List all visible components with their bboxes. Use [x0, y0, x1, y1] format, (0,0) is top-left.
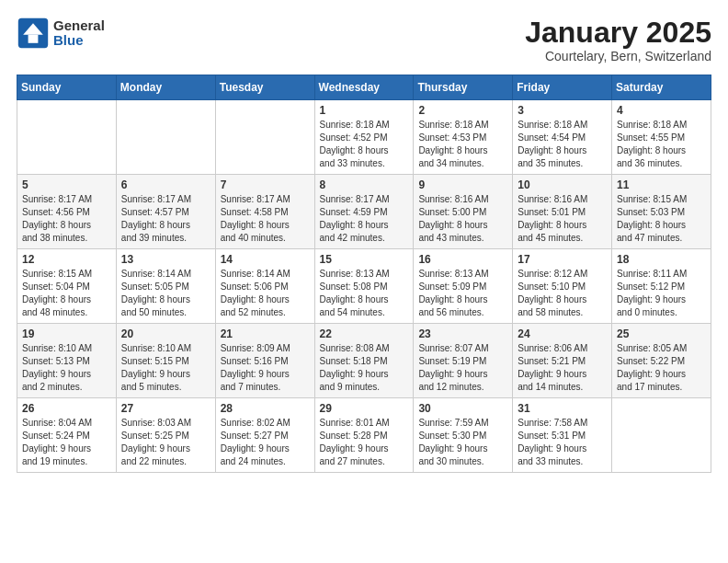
svg-rect-2 — [28, 35, 39, 43]
day-number: 5 — [22, 178, 111, 191]
day-number: 30 — [418, 402, 507, 415]
col-tuesday: Tuesday — [215, 75, 314, 100]
table-row: 16Sunrise: 8:13 AMSunset: 5:09 PMDayligh… — [414, 249, 513, 324]
day-info: Sunrise: 8:15 AMSunset: 5:03 PMDaylight:… — [617, 193, 706, 245]
table-row: 4Sunrise: 8:18 AMSunset: 4:55 PMDaylight… — [612, 100, 711, 175]
table-row: 5Sunrise: 8:17 AMSunset: 4:56 PMDaylight… — [17, 175, 117, 249]
table-row: 8Sunrise: 8:17 AMSunset: 4:59 PMDaylight… — [314, 175, 414, 249]
day-info: Sunrise: 8:17 AMSunset: 4:57 PMDaylight:… — [121, 193, 210, 245]
table-row: 27Sunrise: 8:03 AMSunset: 5:25 PMDayligh… — [116, 398, 215, 473]
col-monday: Monday — [116, 75, 215, 100]
calendar-week-row: 26Sunrise: 8:04 AMSunset: 5:24 PMDayligh… — [17, 398, 711, 473]
logo: General Blue — [17, 17, 105, 50]
table-row: 11Sunrise: 8:15 AMSunset: 5:03 PMDayligh… — [612, 175, 711, 249]
day-number: 16 — [418, 253, 507, 266]
weekday-header-row: Sunday Monday Tuesday Wednesday Thursday… — [17, 75, 711, 100]
month-title: January 2025 — [525, 17, 711, 49]
table-row: 25Sunrise: 8:05 AMSunset: 5:22 PMDayligh… — [612, 324, 711, 398]
day-number: 29 — [320, 402, 409, 415]
day-info: Sunrise: 8:18 AMSunset: 4:55 PMDaylight:… — [617, 119, 706, 170]
day-info: Sunrise: 8:08 AMSunset: 5:18 PMDaylight:… — [320, 342, 409, 394]
day-number: 26 — [22, 402, 111, 415]
table-row: 7Sunrise: 8:17 AMSunset: 4:58 PMDaylight… — [215, 175, 314, 249]
day-number: 31 — [518, 402, 607, 415]
day-info: Sunrise: 8:01 AMSunset: 5:28 PMDaylight:… — [320, 417, 409, 468]
day-info: Sunrise: 8:18 AMSunset: 4:54 PMDaylight:… — [518, 119, 607, 170]
calendar-week-row: 1Sunrise: 8:18 AMSunset: 4:52 PMDaylight… — [17, 100, 711, 175]
table-row: 24Sunrise: 8:06 AMSunset: 5:21 PMDayligh… — [513, 324, 612, 398]
table-row: 9Sunrise: 8:16 AMSunset: 5:00 PMDaylight… — [414, 175, 513, 249]
calendar-week-row: 19Sunrise: 8:10 AMSunset: 5:13 PMDayligh… — [17, 324, 711, 398]
day-info: Sunrise: 8:10 AMSunset: 5:13 PMDaylight:… — [22, 342, 111, 394]
day-info: Sunrise: 8:18 AMSunset: 4:53 PMDaylight:… — [418, 119, 507, 170]
day-number: 19 — [22, 327, 111, 340]
table-row: 14Sunrise: 8:14 AMSunset: 5:06 PMDayligh… — [215, 249, 314, 324]
header: General Blue January 2025 Courtelary, Be… — [17, 17, 711, 63]
day-info: Sunrise: 8:07 AMSunset: 5:19 PMDaylight:… — [418, 342, 507, 394]
day-number: 12 — [22, 253, 111, 266]
day-number: 7 — [221, 178, 310, 191]
day-number: 1 — [320, 104, 409, 117]
day-info: Sunrise: 7:58 AMSunset: 5:31 PMDaylight:… — [518, 417, 607, 468]
logo-icon — [17, 17, 50, 50]
table-row: 13Sunrise: 8:14 AMSunset: 5:05 PMDayligh… — [116, 249, 215, 324]
day-info: Sunrise: 8:03 AMSunset: 5:25 PMDaylight:… — [121, 417, 210, 468]
day-number: 2 — [418, 104, 507, 117]
day-number: 8 — [320, 178, 409, 191]
table-row — [17, 100, 117, 175]
logo-text: General Blue — [53, 18, 105, 49]
day-number: 18 — [617, 253, 706, 266]
day-number: 24 — [518, 327, 607, 340]
location: Courtelary, Bern, Switzerland — [525, 49, 711, 63]
day-info: Sunrise: 8:04 AMSunset: 5:24 PMDaylight:… — [22, 417, 111, 468]
day-number: 6 — [121, 178, 210, 191]
table-row: 28Sunrise: 8:02 AMSunset: 5:27 PMDayligh… — [215, 398, 314, 473]
day-number: 11 — [617, 178, 706, 191]
day-info: Sunrise: 8:09 AMSunset: 5:16 PMDaylight:… — [221, 342, 310, 394]
day-number: 28 — [221, 402, 310, 415]
table-row: 3Sunrise: 8:18 AMSunset: 4:54 PMDaylight… — [513, 100, 612, 175]
day-number: 3 — [518, 104, 607, 117]
day-info: Sunrise: 8:14 AMSunset: 5:06 PMDaylight:… — [221, 268, 310, 319]
calendar-week-row: 12Sunrise: 8:15 AMSunset: 5:04 PMDayligh… — [17, 249, 711, 324]
day-number: 15 — [320, 253, 409, 266]
calendar-table: Sunday Monday Tuesday Wednesday Thursday… — [17, 75, 711, 473]
day-number: 4 — [617, 104, 706, 117]
table-row: 19Sunrise: 8:10 AMSunset: 5:13 PMDayligh… — [17, 324, 117, 398]
table-row: 10Sunrise: 8:16 AMSunset: 5:01 PMDayligh… — [513, 175, 612, 249]
title-block: January 2025 Courtelary, Bern, Switzerla… — [525, 17, 711, 63]
day-info: Sunrise: 8:17 AMSunset: 4:56 PMDaylight:… — [22, 193, 111, 245]
table-row: 26Sunrise: 8:04 AMSunset: 5:24 PMDayligh… — [17, 398, 117, 473]
calendar-week-row: 5Sunrise: 8:17 AMSunset: 4:56 PMDaylight… — [17, 175, 711, 249]
logo-blue: Blue — [53, 33, 105, 49]
day-number: 20 — [121, 327, 210, 340]
table-row: 20Sunrise: 8:10 AMSunset: 5:15 PMDayligh… — [116, 324, 215, 398]
table-row — [116, 100, 215, 175]
day-info: Sunrise: 8:17 AMSunset: 4:59 PMDaylight:… — [320, 193, 409, 245]
day-info: Sunrise: 8:16 AMSunset: 5:00 PMDaylight:… — [418, 193, 507, 245]
col-saturday: Saturday — [612, 75, 711, 100]
table-row: 12Sunrise: 8:15 AMSunset: 5:04 PMDayligh… — [17, 249, 117, 324]
col-thursday: Thursday — [414, 75, 513, 100]
day-number: 10 — [518, 178, 607, 191]
col-friday: Friday — [513, 75, 612, 100]
day-info: Sunrise: 8:11 AMSunset: 5:12 PMDaylight:… — [617, 268, 706, 319]
day-info: Sunrise: 8:15 AMSunset: 5:04 PMDaylight:… — [22, 268, 111, 319]
day-number: 14 — [221, 253, 310, 266]
day-number: 13 — [121, 253, 210, 266]
day-info: Sunrise: 8:12 AMSunset: 5:10 PMDaylight:… — [518, 268, 607, 319]
table-row: 2Sunrise: 8:18 AMSunset: 4:53 PMDaylight… — [414, 100, 513, 175]
day-number: 17 — [518, 253, 607, 266]
logo-general: General — [53, 18, 105, 34]
table-row: 31Sunrise: 7:58 AMSunset: 5:31 PMDayligh… — [513, 398, 612, 473]
col-sunday: Sunday — [17, 75, 117, 100]
day-number: 25 — [617, 327, 706, 340]
day-info: Sunrise: 8:14 AMSunset: 5:05 PMDaylight:… — [121, 268, 210, 319]
day-info: Sunrise: 8:02 AMSunset: 5:27 PMDaylight:… — [221, 417, 310, 468]
day-info: Sunrise: 8:13 AMSunset: 5:09 PMDaylight:… — [418, 268, 507, 319]
day-number: 22 — [320, 327, 409, 340]
table-row: 6Sunrise: 8:17 AMSunset: 4:57 PMDaylight… — [116, 175, 215, 249]
calendar-page: General Blue January 2025 Courtelary, Be… — [0, 0, 728, 489]
day-number: 21 — [221, 327, 310, 340]
table-row: 30Sunrise: 7:59 AMSunset: 5:30 PMDayligh… — [414, 398, 513, 473]
